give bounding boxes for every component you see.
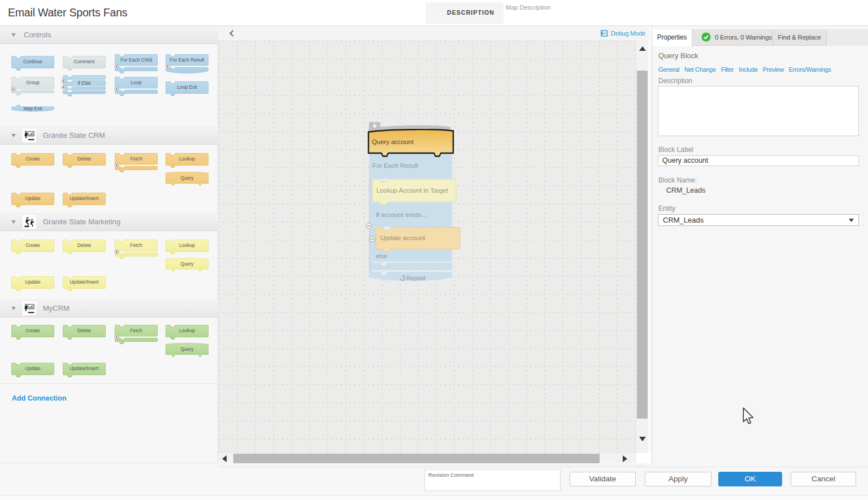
svg-text:For Each Result: For Each Result xyxy=(372,162,419,169)
svg-text:else: else xyxy=(376,253,387,259)
svg-text:Repeat: Repeat xyxy=(406,275,426,281)
svg-text:Lookup Account in Target: Lookup Account in Target xyxy=(376,187,448,194)
svg-text:Update account: Update account xyxy=(380,234,426,241)
svg-text:If account exists...: If account exists... xyxy=(376,211,427,218)
svg-text:Query account: Query account xyxy=(372,138,414,145)
